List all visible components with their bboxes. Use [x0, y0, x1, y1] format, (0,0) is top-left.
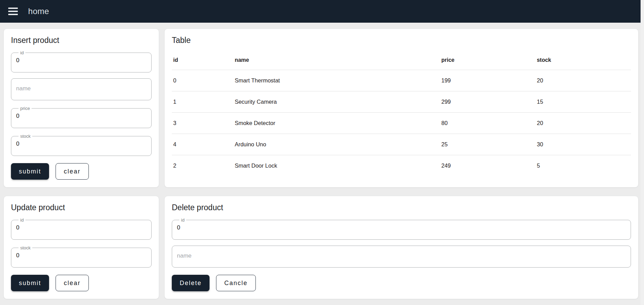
cell-name: Security Camera — [233, 91, 440, 112]
col-header-price: price — [440, 50, 536, 70]
cell-id: 1 — [172, 91, 233, 112]
insert-name-field — [11, 78, 152, 100]
update-id-label: id — [19, 218, 25, 222]
cell-id: 2 — [172, 155, 233, 176]
delete-button[interactable]: Delete — [172, 275, 210, 291]
cell-price: 80 — [440, 112, 536, 134]
insert-price-field: price — [11, 106, 152, 128]
delete-name-field — [172, 246, 631, 268]
page-title: home — [28, 7, 49, 16]
table-row: 3 Smoke Detector 80 20 — [172, 112, 631, 134]
cell-id: 3 — [172, 112, 233, 134]
cell-name: Smart Door Lock — [233, 155, 440, 176]
insert-stock-input[interactable] — [16, 140, 146, 147]
cell-stock: 15 — [535, 91, 631, 112]
table-row: 2 Smart Door Lock 249 5 — [172, 155, 631, 176]
insert-id-input[interactable] — [16, 57, 146, 64]
col-header-stock: stock — [535, 50, 631, 70]
cell-stock: 20 — [535, 112, 631, 134]
update-buttons: submit clear — [11, 275, 152, 291]
cell-name: Smoke Detector — [233, 112, 440, 134]
update-stock-field: stock — [11, 246, 152, 268]
cancel-button[interactable]: Cancle — [216, 275, 256, 291]
delete-product-card: Delete product id Delete Cancle — [164, 196, 639, 299]
insert-name-input[interactable] — [16, 85, 146, 92]
insert-price-label: price — [19, 106, 32, 111]
insert-buttons: submit clear — [11, 163, 152, 180]
insert-product-card: Insert product id price stock submit cle… — [3, 29, 159, 188]
delete-id-field: id — [172, 218, 631, 240]
delete-name-input[interactable] — [177, 252, 626, 259]
products-table: id name price stock 0 Smart Thermostat 1… — [172, 50, 631, 176]
top-navbar: home — [0, 0, 641, 23]
table-row: 1 Security Camera 299 15 — [172, 91, 631, 112]
cell-price: 25 — [440, 134, 536, 155]
delete-product-title: Delete product — [172, 203, 631, 212]
cell-name: Arduino Uno — [233, 134, 440, 155]
cell-stock: 30 — [535, 134, 631, 155]
col-header-name: name — [233, 50, 440, 70]
update-id-field: id — [11, 218, 152, 240]
update-id-input[interactable] — [16, 224, 146, 231]
update-product-card: Update product id stock submit clear — [3, 196, 159, 299]
table-header-row: id name price stock — [172, 50, 631, 70]
insert-id-field: id — [11, 50, 152, 72]
hamburger-menu-icon[interactable] — [8, 8, 18, 15]
insert-price-input[interactable] — [16, 113, 146, 120]
cell-name: Smart Thermostat — [233, 70, 440, 91]
insert-clear-button[interactable]: clear — [56, 163, 89, 180]
table-row: 4 Arduino Uno 25 30 — [172, 134, 631, 155]
update-clear-button[interactable]: clear — [56, 275, 89, 291]
insert-id-label: id — [19, 50, 25, 55]
insert-stock-field: stock — [11, 134, 152, 156]
delete-buttons: Delete Cancle — [172, 275, 631, 291]
cell-id: 4 — [172, 134, 233, 155]
insert-stock-label: stock — [19, 134, 32, 138]
delete-id-label: id — [179, 218, 186, 222]
cell-stock: 20 — [535, 70, 631, 91]
update-stock-label: stock — [19, 246, 32, 250]
insert-submit-button[interactable]: submit — [11, 163, 49, 180]
update-product-title: Update product — [11, 203, 152, 212]
scrollbar-track[interactable] — [641, 0, 644, 305]
delete-id-input[interactable] — [177, 224, 626, 231]
update-stock-input[interactable] — [16, 252, 146, 259]
main-content: Insert product id price stock submit cle… — [0, 23, 644, 304]
cell-price: 199 — [440, 70, 536, 91]
col-header-id: id — [172, 50, 233, 70]
update-submit-button[interactable]: submit — [11, 275, 49, 291]
cell-id: 0 — [172, 70, 233, 91]
cell-price: 299 — [440, 91, 536, 112]
table-row: 0 Smart Thermostat 199 20 — [172, 70, 631, 91]
table-title: Table — [172, 36, 631, 45]
products-table-card: Table id name price stock 0 Smart Thermo… — [164, 29, 639, 188]
cell-price: 249 — [440, 155, 536, 176]
cell-stock: 5 — [535, 155, 631, 176]
insert-product-title: Insert product — [11, 36, 152, 45]
